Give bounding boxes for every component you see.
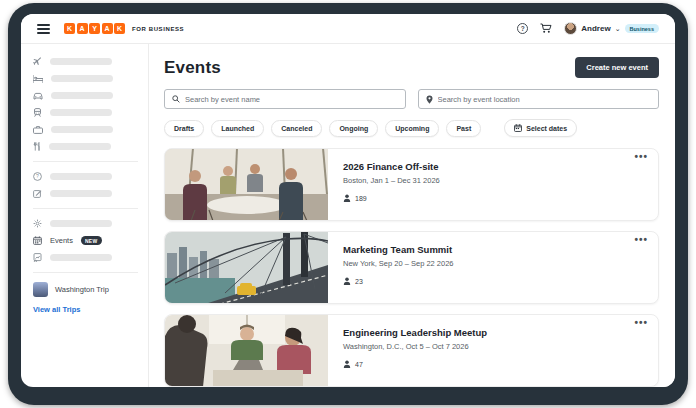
logo-tile: A — [77, 23, 88, 34]
filter-chip-launched[interactable]: Launched — [211, 120, 264, 137]
support-icon: ? — [33, 172, 42, 181]
business-badge: Business — [625, 24, 659, 33]
event-title: 2026 Finance Off-site — [343, 161, 644, 172]
edit-icon — [33, 189, 42, 198]
attendee-icon — [343, 360, 351, 368]
calendar-icon — [33, 236, 42, 245]
svg-text:?: ? — [36, 173, 39, 179]
sidebar-item-cars[interactable] — [33, 87, 138, 104]
main-content: Events Create new event — [149, 44, 675, 387]
report-icon — [33, 253, 42, 262]
skeleton-bar — [50, 58, 112, 65]
user-name: Andrew — [581, 24, 610, 33]
select-dates-label: Select dates — [526, 125, 567, 132]
location-pin-icon — [426, 95, 433, 104]
airplane-icon — [33, 57, 42, 66]
sidebar-item-support[interactable]: ? — [33, 168, 138, 185]
view-all-trips-link[interactable]: View all Trips — [33, 305, 138, 314]
event-subtitle: Washington, D.C., Oct 5 – Oct 7 2026 — [343, 342, 644, 351]
new-york-bridge-photo — [165, 232, 328, 303]
packages-icon — [33, 126, 43, 134]
sidebar-divider — [33, 161, 138, 162]
sidebar-item-flights[interactable] — [33, 53, 138, 70]
sidebar-trip-washington[interactable]: Washington Trip — [33, 279, 138, 299]
more-options-icon[interactable]: ••• — [634, 234, 648, 245]
create-new-event-button[interactable]: Create new event — [575, 57, 659, 78]
bed-icon — [33, 75, 43, 83]
skeleton-bar — [49, 143, 111, 150]
search-by-event-name-input[interactable] — [185, 95, 398, 104]
skeleton-bar — [50, 109, 112, 116]
skeleton-bar — [50, 254, 112, 261]
skeleton-bar — [51, 126, 113, 133]
meeting-room-photo — [165, 149, 328, 220]
trip-label: Washington Trip — [55, 285, 109, 294]
filter-chips: Drafts Launched Canceled Ongoing Upcomin… — [164, 119, 659, 137]
event-name-search[interactable] — [164, 89, 406, 109]
event-title: Engineering Leadership Meetup — [343, 327, 644, 338]
calendar-icon — [514, 124, 522, 132]
search-icon — [172, 95, 180, 103]
app-screen: K A Y A K FOR BUSINESS ? Andrew — [21, 14, 675, 387]
page-title: Events — [164, 58, 221, 78]
filter-chip-drafts[interactable]: Drafts — [164, 120, 204, 137]
event-card[interactable]: Marketing Team Summit New York, Sep 20 –… — [164, 231, 659, 304]
sidebar-item-trains[interactable] — [33, 104, 138, 121]
help-icon[interactable]: ? — [517, 23, 528, 34]
new-badge: NEW — [81, 236, 102, 245]
filter-chip-canceled[interactable]: Canceled — [271, 120, 322, 137]
for-business-label: FOR BUSINESS — [132, 26, 184, 32]
dining-icon — [33, 142, 41, 151]
sidebar-events-label: Events — [50, 236, 73, 245]
sidebar-item-dining[interactable] — [33, 138, 138, 155]
event-subtitle: New York, Sep 20 – Sep 22 2026 — [343, 259, 644, 268]
sidebar-item-stays[interactable] — [33, 70, 138, 87]
more-options-icon[interactable]: ••• — [634, 151, 648, 162]
select-dates-button[interactable]: Select dates — [504, 119, 577, 137]
sidebar-divider — [33, 208, 138, 209]
filter-chip-upcoming[interactable]: Upcoming — [385, 120, 439, 137]
train-icon — [33, 108, 42, 117]
sidebar-item-settings[interactable] — [33, 215, 138, 232]
device-frame: K A Y A K FOR BUSINESS ? Andrew — [8, 3, 688, 405]
stage: K A Y A K FOR BUSINESS ? Andrew — [0, 0, 696, 408]
logo-tile: A — [102, 23, 113, 34]
skeleton-bar — [51, 75, 113, 82]
skeleton-bar — [50, 190, 112, 197]
top-bar: K A Y A K FOR BUSINESS ? Andrew — [21, 14, 675, 44]
skeleton-bar — [50, 220, 112, 227]
search-by-event-location-input[interactable] — [438, 95, 652, 104]
filter-chip-ongoing[interactable]: Ongoing — [329, 120, 378, 137]
sidebar-item-planning[interactable] — [33, 185, 138, 202]
avatar — [564, 22, 577, 35]
sidebar-item-packages[interactable] — [33, 121, 138, 138]
event-list: 2026 Finance Off-site Boston, Jan 1 – De… — [164, 148, 659, 387]
chevron-down-icon: ⌄ — [615, 25, 621, 32]
gear-icon — [33, 219, 42, 228]
logo-tile: K — [64, 23, 75, 34]
menu-icon[interactable] — [37, 24, 50, 34]
user-profile-menu[interactable]: Andrew ⌄ Business — [564, 22, 659, 35]
sidebar-item-reports[interactable] — [33, 249, 138, 266]
kayak-logo[interactable]: K A Y A K — [64, 23, 125, 34]
event-subtitle: Boston, Jan 1 – Dec 31 2026 — [343, 176, 644, 185]
event-card[interactable]: Engineering Leadership Meetup Washington… — [164, 314, 659, 387]
event-location-search[interactable] — [418, 89, 660, 109]
event-card[interactable]: 2026 Finance Off-site Boston, Jan 1 – De… — [164, 148, 659, 221]
sidebar: ? Events NEW — [21, 44, 149, 387]
car-icon — [33, 92, 43, 100]
logo-tile: K — [114, 23, 125, 34]
filter-chip-past[interactable]: Past — [446, 120, 481, 137]
office-meeting-photo — [165, 315, 328, 386]
attendee-count: 47 — [355, 361, 363, 368]
attendee-icon — [343, 194, 351, 202]
logo-tile: Y — [89, 23, 100, 34]
more-options-icon[interactable]: ••• — [634, 317, 648, 328]
trip-thumbnail — [33, 282, 48, 297]
sidebar-divider — [33, 272, 138, 273]
attendee-count: 23 — [355, 278, 363, 285]
attendee-icon — [343, 277, 351, 285]
sidebar-item-events[interactable]: Events NEW — [33, 232, 138, 249]
skeleton-bar — [51, 92, 113, 99]
cart-icon[interactable] — [540, 23, 552, 34]
